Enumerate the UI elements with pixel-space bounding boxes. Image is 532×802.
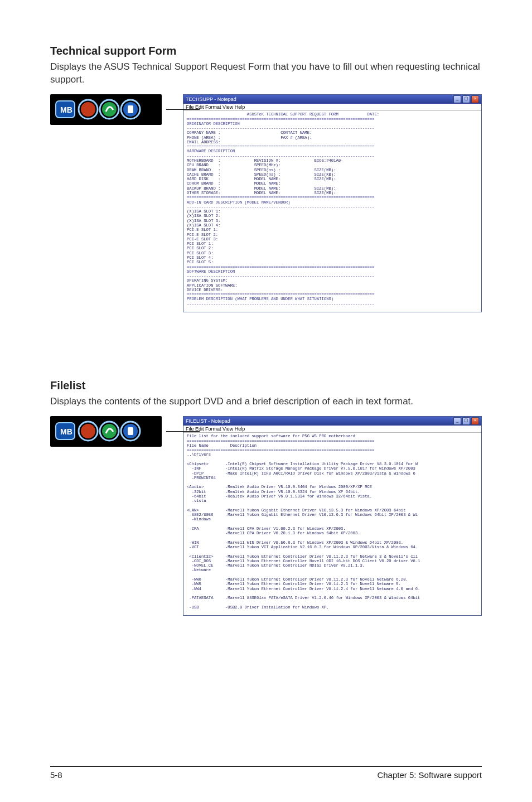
svg-point-14 xyxy=(102,424,117,438)
close-icon[interactable]: × xyxy=(471,95,479,103)
page-number: 5-8 xyxy=(50,770,62,780)
section2-title: Filelist xyxy=(50,379,482,392)
notepad2-title: FILELIST - Notepad xyxy=(186,418,230,424)
figure-row-1: MB TECHSUPP - Notepad _ ▢ xyxy=(50,94,482,312)
figure-row-2: MB FILELIST - Notepad _ ▢ xyxy=(50,416,482,616)
minimize-icon[interactable]: _ xyxy=(453,95,461,103)
svg-text:MB: MB xyxy=(60,427,72,436)
chapter-label: Chapter 5: Software support xyxy=(377,770,482,780)
section1-text: Displays the ASUS Technical Support Requ… xyxy=(50,61,482,86)
notepad1-body: ASUSTeK TECHNICAL SUPPORT REQUEST FORM D… xyxy=(183,111,481,312)
section1-title: Technical support Form xyxy=(50,45,482,57)
callout-line-1 xyxy=(166,109,200,110)
svg-rect-8 xyxy=(128,105,133,113)
svg-rect-17 xyxy=(128,427,133,435)
notepad1-title: TECHSUPP - Notepad xyxy=(186,96,236,102)
page-footer: 5-8 Chapter 5: Software support xyxy=(50,766,482,780)
techsupp-notepad: TECHSUPP - Notepad _ ▢ × File Edit Forma… xyxy=(183,94,482,312)
svg-point-3 xyxy=(81,102,95,117)
maximize-icon[interactable]: ▢ xyxy=(462,95,470,103)
svg-text:MB: MB xyxy=(60,105,72,114)
notepad2-body: File list for the included support softw… xyxy=(183,433,481,615)
svg-point-12 xyxy=(81,424,95,438)
support-dvd-thumb-1: MB xyxy=(50,94,162,125)
callout-line-2 xyxy=(166,431,200,432)
notepad1-menubar[interactable]: File Edit Format View Help xyxy=(183,104,481,111)
close-icon[interactable]: × xyxy=(471,417,479,425)
maximize-icon[interactable]: ▢ xyxy=(462,417,470,425)
support-dvd-thumb-2: MB xyxy=(50,416,162,447)
svg-point-5 xyxy=(102,102,117,117)
filelist-notepad: FILELIST - Notepad _ ▢ × File Edit Forma… xyxy=(183,416,482,616)
section2-text: Displays the contents of the support DVD… xyxy=(50,395,482,408)
notepad2-menubar[interactable]: File Edit Format View Help xyxy=(183,426,481,433)
minimize-icon[interactable]: _ xyxy=(453,417,461,425)
